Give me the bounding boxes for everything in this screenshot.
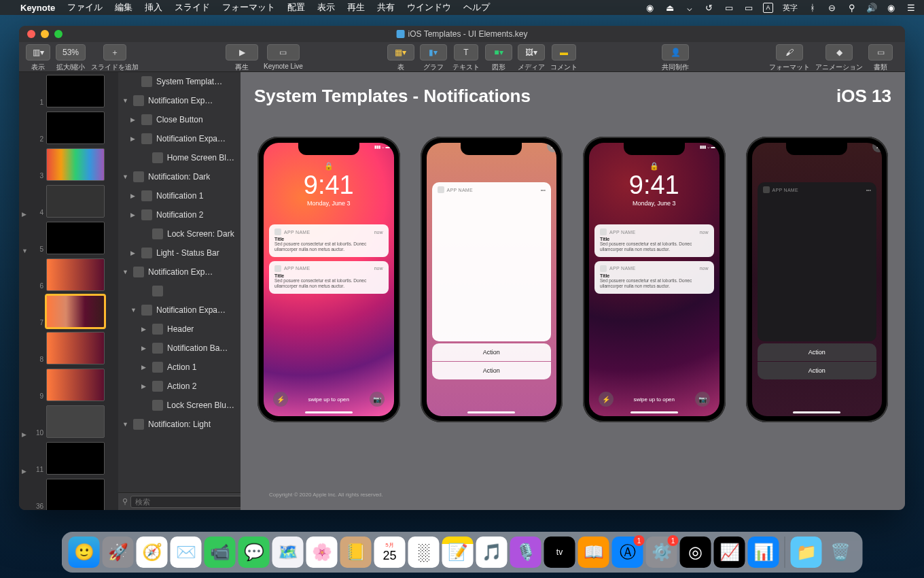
phone-dark-lock[interactable]: ▮▮▮ ⌵ ▬ 🔒 9:41 Monday, June 3 APP NAMEno… — [583, 137, 726, 422]
disclosure-icon[interactable]: ▼ — [22, 248, 29, 254]
dock-mail[interactable]: ✉️ — [171, 537, 202, 568]
slide-thumb-3[interactable]: 3 — [22, 148, 116, 181]
sync-icon[interactable]: ⊖ — [827, 3, 837, 13]
slide-thumbnail[interactable] — [46, 148, 105, 181]
search-input[interactable] — [130, 496, 241, 508]
wifi-icon[interactable]: ⌵ — [684, 3, 694, 13]
volume-icon[interactable]: 🔊 — [866, 3, 876, 13]
slide-thumbnail[interactable] — [46, 112, 105, 144]
dock-notes[interactable]: 📝 — [442, 537, 474, 568]
outline-item[interactable]: ▶Notification Ba… — [118, 339, 241, 358]
disclosure-icon[interactable]: ▼ — [122, 173, 129, 180]
collab-button[interactable]: 👤共同制作 — [662, 44, 689, 72]
slide-thumb-9[interactable]: 9 — [22, 369, 116, 401]
slide-thumbnail[interactable] — [46, 442, 105, 475]
notification-center-icon[interactable]: ☰ — [906, 3, 916, 13]
outline-panel[interactable]: System Templat…▼Notification Exp…▶Close … — [118, 72, 241, 510]
disclosure-icon[interactable]: ▼ — [130, 307, 137, 313]
slide-thumb-2[interactable]: 2 — [22, 112, 116, 144]
disclosure-icon[interactable]: ▶ — [141, 364, 148, 371]
slide-thumbnail[interactable] — [46, 75, 105, 107]
slide-thumbnail[interactable] — [46, 405, 105, 438]
disclosure-icon[interactable]: ▼ — [122, 97, 129, 104]
ios-badge[interactable]: iOS 13 — [836, 86, 891, 107]
accessibility-icon[interactable]: ◉ — [645, 3, 655, 13]
outline-item[interactable]: ▼Notification Exp… — [118, 262, 241, 282]
outline-item[interactable] — [118, 282, 241, 301]
chart-button[interactable]: ▮▾グラフ — [420, 44, 447, 72]
slide-canvas[interactable]: System Templates - Notifications iOS 13 … — [241, 72, 905, 510]
view-button[interactable]: ▥▾表示 — [26, 44, 50, 72]
dock-keynote[interactable]: 📊 — [748, 537, 779, 568]
disclosure-icon[interactable]: ▶ — [22, 211, 29, 218]
outline-item[interactable]: ▶Notification Expa… — [118, 129, 241, 148]
slide-thumbnail[interactable] — [46, 295, 105, 328]
slide-thumbnail[interactable] — [46, 222, 105, 254]
outline-item[interactable]: Lock Screen: Dark — [118, 224, 241, 243]
menu-arrange[interactable]: 配置 — [287, 1, 305, 14]
format-button[interactable]: 🖌フォーマット — [769, 44, 810, 72]
disclosure-icon[interactable]: ▶ — [130, 135, 137, 142]
outline-item[interactable]: ▶Action 2 — [118, 377, 241, 396]
comment-button[interactable]: ▬コメント — [550, 44, 578, 72]
dock-photos[interactable]: 🌸 — [306, 537, 338, 568]
menu-window[interactable]: ウインドウ — [407, 1, 451, 14]
slide-thumbnail[interactable] — [46, 185, 105, 218]
document-button[interactable]: ▭書類 — [868, 44, 893, 72]
app-name[interactable]: Keynote — [20, 3, 55, 13]
outline-item[interactable]: ▼Notification: Light — [118, 415, 241, 434]
minimize-button[interactable] — [41, 30, 49, 38]
dock-contacts[interactable]: 📒 — [340, 537, 372, 568]
dock-appstore[interactable]: Ⓐ1 — [612, 537, 643, 568]
dock-books[interactable]: 📖 — [578, 537, 609, 568]
shape-button[interactable]: ■▾図形 — [485, 44, 512, 72]
airplay-icon[interactable]: ▭ — [743, 3, 753, 13]
disclosure-icon[interactable]: ▼ — [122, 269, 129, 275]
dock-music[interactable]: 🎵 — [476, 537, 508, 568]
menu-share[interactable]: 共有 — [377, 1, 395, 14]
dock-facetime[interactable]: 📹 — [205, 537, 236, 568]
slide-thumb-4[interactable]: ▶4 — [22, 185, 116, 218]
dock-calendar[interactable]: 5月 25 — [374, 537, 406, 568]
dock-launchpad[interactable]: 🚀 — [103, 537, 134, 568]
dock-tv[interactable]: tv — [544, 537, 575, 568]
dock-reminders[interactable]: ░ — [408, 537, 440, 568]
outline-item[interactable]: ▼Notification: Dark — [118, 167, 241, 186]
battery-icon[interactable]: ▭ — [724, 3, 734, 13]
slide-thumb-6[interactable]: 6 — [22, 258, 116, 291]
menu-insert[interactable]: 挿入 — [145, 1, 162, 14]
phone-light-expanded[interactable]: ✕ APP NAME••• Action Action — [421, 137, 563, 422]
slide-thumbnail[interactable] — [46, 332, 105, 364]
menu-play[interactable]: 再生 — [347, 1, 365, 14]
bluetooth-icon[interactable]: ᚼ — [807, 3, 817, 13]
slide-thumb-7[interactable]: 7 — [22, 295, 116, 328]
outline-item[interactable]: ▼Notification Expa… — [118, 301, 241, 320]
slide-thumb-11[interactable]: ▶11 — [22, 442, 116, 475]
add-slide-button[interactable]: ＋スライドを追加 — [91, 44, 139, 72]
ime-label[interactable]: 英字 — [783, 3, 798, 13]
slide-thumb-10[interactable]: ▶10 — [22, 405, 116, 438]
slide-thumbnail[interactable] — [46, 479, 105, 510]
outline-item[interactable]: ▶Action 1 — [118, 358, 241, 377]
disclosure-icon[interactable]: ▶ — [22, 468, 29, 475]
outline-item[interactable]: ▶Header — [118, 320, 241, 339]
menu-edit[interactable]: 編集 — [115, 1, 132, 14]
outline-item[interactable]: ▼Notification Exp… — [118, 91, 241, 110]
phone-dark-expanded[interactable]: ✕ APP NAME••• Action Action — [746, 137, 889, 422]
menu-view[interactable]: 表示 — [317, 1, 335, 14]
disclosure-icon[interactable]: ▶ — [141, 326, 148, 333]
disclosure-icon[interactable]: ▶ — [130, 116, 137, 123]
slide-thumb-36[interactable]: 36 — [22, 479, 116, 510]
titlebar[interactable]: iOS Templates - UI Elements.key — [19, 26, 905, 42]
dock-settings[interactable]: ⚙️1 — [646, 537, 677, 568]
slide-title[interactable]: System Templates - Notifications — [254, 86, 891, 107]
dock-podcasts[interactable]: 🎙️ — [510, 537, 541, 568]
keynote-live-button[interactable]: ▭Keynote Live — [264, 44, 303, 70]
disclosure-icon[interactable]: ▶ — [141, 383, 148, 390]
dock-downloads[interactable]: 📁 — [791, 537, 822, 568]
slide-thumb-5[interactable]: ▼5 — [22, 222, 116, 254]
menu-file[interactable]: ファイル — [67, 1, 103, 14]
outline-item[interactable]: ▶Light - Status Bar — [118, 243, 241, 262]
menu-format[interactable]: フォーマット — [222, 1, 275, 14]
table-button[interactable]: ▦▾表 — [387, 44, 414, 72]
